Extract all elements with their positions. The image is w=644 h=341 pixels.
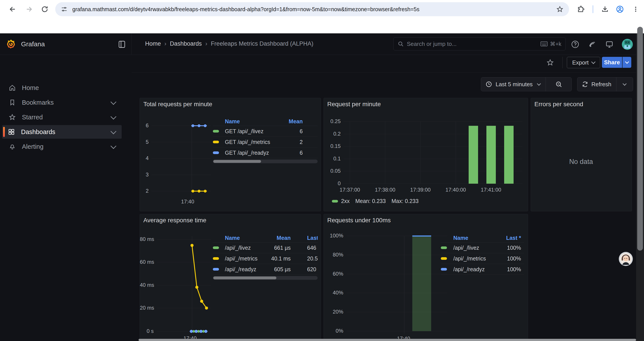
bookmarks-bar: Freeleaps 收藏博客 bbox=[0, 19, 644, 33]
scrollbar-thumb[interactable] bbox=[637, 27, 643, 251]
monitor-icon[interactable] bbox=[604, 39, 615, 50]
downloads-icon[interactable] bbox=[600, 5, 610, 14]
sidebar-toggle-icon[interactable] bbox=[117, 40, 127, 49]
browser-profile-icon[interactable] bbox=[615, 5, 625, 14]
url-bar[interactable]: grafana.mathmast.com/d/deytv4rwavabkb/fr… bbox=[55, 2, 569, 16]
series-name[interactable]: /api/_/livez bbox=[225, 245, 266, 251]
legend-col-name[interactable]: Name bbox=[225, 235, 266, 241]
panel-average-response-time: Average response time Name Mean Last * /… bbox=[140, 214, 321, 341]
axis-tick-label: 17:40 bbox=[179, 199, 196, 205]
sidebar-item-label: Home bbox=[22, 84, 39, 92]
series-mean-value: 40.1 ms bbox=[266, 255, 291, 262]
panel-title[interactable]: Errors per second bbox=[534, 101, 583, 108]
sidebar-item-starred[interactable]: Starred bbox=[2, 110, 122, 124]
series-name[interactable]: GET /api/_/readyz bbox=[225, 150, 276, 156]
grafana-logo[interactable] bbox=[6, 39, 16, 49]
sidebar-item-dashboards[interactable]: Dashboards bbox=[2, 125, 122, 139]
breadcrumb-dashboards[interactable]: Dashboards bbox=[170, 40, 202, 47]
extensions-icon[interactable] bbox=[576, 5, 586, 14]
chevron-down-icon[interactable] bbox=[110, 114, 116, 120]
axis-tick-label: 0 s bbox=[140, 328, 154, 334]
legend-row[interactable]: GET /api/_/livez6 bbox=[213, 126, 318, 137]
search-icon bbox=[398, 41, 404, 47]
series-last-value: 620 µs bbox=[291, 266, 318, 272]
legend-col-name[interactable]: Name bbox=[453, 235, 497, 241]
bookmark-star-icon[interactable] bbox=[556, 6, 563, 13]
dashboards-grid-icon bbox=[8, 128, 15, 135]
share-dropdown-button[interactable] bbox=[622, 57, 631, 68]
user-avatar[interactable] bbox=[622, 39, 633, 50]
breadcrumb-home[interactable]: Home bbox=[145, 40, 161, 47]
legend-row[interactable]: /api/_/livez100% bbox=[441, 242, 524, 253]
assistant-avatar[interactable] bbox=[618, 252, 633, 266]
sidebar-item-bookmarks[interactable]: Bookmarks bbox=[2, 96, 122, 109]
legend-col-mean[interactable]: Mean bbox=[276, 118, 303, 125]
refresh-interval-dropdown[interactable] bbox=[616, 83, 633, 85]
legend-row[interactable]: /api/_/metrics100% bbox=[441, 253, 524, 264]
zoom-out-icon[interactable] bbox=[546, 81, 572, 88]
grafana-app: Grafana Home › Dashboards › Freeleaps Me… bbox=[0, 33, 644, 341]
favorite-star-icon[interactable] bbox=[545, 58, 555, 67]
browser-reload-icon[interactable] bbox=[40, 5, 50, 14]
refresh-button[interactable]: Refresh bbox=[592, 81, 611, 88]
axis-tick-label: 0.1 bbox=[324, 156, 341, 162]
home-icon bbox=[9, 84, 16, 91]
sidebar-item-home[interactable]: Home bbox=[2, 81, 122, 95]
chevron-down-icon[interactable] bbox=[110, 99, 116, 105]
series-last-value: 100% bbox=[497, 245, 524, 251]
time-range-picker[interactable]: Last 5 minutes bbox=[496, 81, 533, 88]
news-rss-icon[interactable] bbox=[587, 39, 598, 50]
browser-back-icon[interactable] bbox=[8, 5, 18, 14]
legend-scrollbar[interactable] bbox=[213, 160, 318, 163]
page-scrollbar-vertical[interactable] bbox=[636, 33, 644, 341]
sidebar-item-alerting[interactable]: Alerting bbox=[2, 140, 122, 153]
no-data-message: No data bbox=[531, 158, 631, 166]
browser-forward-icon[interactable] bbox=[24, 5, 34, 14]
requests-under-100ms-chart[interactable] bbox=[324, 214, 528, 341]
series-name[interactable]: 2xx bbox=[341, 198, 350, 204]
series-name[interactable]: /api/_/metrics bbox=[225, 255, 266, 262]
legend-col-name[interactable]: Name bbox=[225, 118, 276, 125]
legend-col-last[interactable]: Last * bbox=[497, 235, 524, 241]
series-name[interactable]: /api/_/livez bbox=[453, 245, 497, 251]
series-last-value: 20.5 ms bbox=[291, 255, 318, 262]
legend-col-last[interactable]: Last * bbox=[291, 235, 318, 241]
series-color-pill bbox=[213, 268, 225, 270]
axis-tick-label: 0 bbox=[324, 180, 341, 187]
export-button[interactable]: Export bbox=[567, 57, 600, 68]
search-input[interactable]: Search or jump to... ⌘+k bbox=[394, 37, 566, 51]
browser-toolbar: grafana.mathmast.com/d/deytv4rwavabkb/fr… bbox=[0, 0, 644, 19]
time-controls: Last 5 minutes Refresh bbox=[132, 72, 636, 92]
axis-tick-label: 0% bbox=[324, 328, 343, 334]
legend-scrollbar[interactable] bbox=[213, 276, 318, 280]
series-name[interactable]: /api/_/metrics bbox=[453, 255, 497, 262]
series-name[interactable]: /api/_/readyz bbox=[453, 266, 497, 272]
share-button[interactable]: Share bbox=[602, 57, 622, 68]
request-per-minute-chart[interactable] bbox=[324, 98, 528, 211]
share-label: Share bbox=[604, 59, 620, 66]
legend-header: Name Last * bbox=[441, 233, 524, 242]
legend-row[interactable]: GET /api/_/metrics2 bbox=[213, 137, 318, 147]
chevron-down-icon[interactable] bbox=[110, 143, 116, 149]
help-icon[interactable] bbox=[570, 39, 580, 50]
axis-tick-label: 60 ms bbox=[140, 259, 154, 265]
axis-tick-label: 60% bbox=[324, 271, 343, 277]
series-name[interactable]: GET /api/_/livez bbox=[225, 128, 276, 135]
legend-row[interactable]: GET /api/_/readyz6 bbox=[213, 147, 318, 158]
page-scrollbar-horizontal[interactable] bbox=[138, 339, 636, 341]
legend-row[interactable]: /api/_/readyz605 µs620 µs bbox=[213, 264, 318, 275]
legend-row[interactable]: /api/_/metrics40.1 ms20.5 ms bbox=[213, 253, 318, 264]
active-indicator bbox=[3, 127, 5, 137]
legend-row[interactable]: /api/_/livez661 µs646 µs bbox=[213, 242, 318, 253]
browser-menu-icon[interactable] bbox=[631, 5, 640, 14]
axis-tick-label: 2 bbox=[140, 188, 148, 194]
chevron-down-icon[interactable] bbox=[110, 128, 116, 134]
legend-col-mean[interactable]: Mean bbox=[266, 235, 291, 241]
topnav-divider bbox=[132, 33, 132, 55]
series-name[interactable]: /api/_/readyz bbox=[225, 266, 266, 272]
series-name[interactable]: GET /api/_/metrics bbox=[225, 139, 276, 145]
series-color-pill bbox=[213, 257, 225, 260]
series-color-pill bbox=[441, 246, 453, 249]
site-settings-icon[interactable] bbox=[61, 6, 68, 13]
legend-row[interactable]: /api/_/readyz100% bbox=[441, 264, 524, 275]
